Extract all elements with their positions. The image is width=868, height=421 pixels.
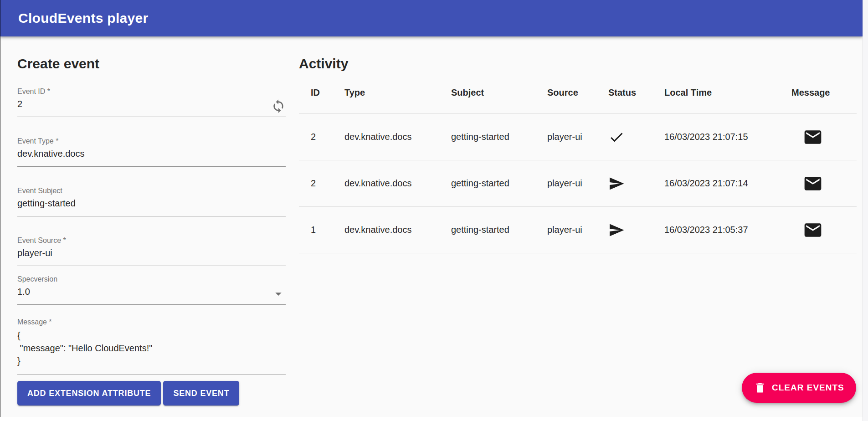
specversion-value: 1.0 <box>17 283 271 304</box>
event-type-field: Event Type * <box>17 137 286 167</box>
app-root: CloudEvents player Create event Event ID… <box>0 0 863 417</box>
event-source-field: Event Source * <box>17 236 286 266</box>
column-header-local-time: Local Time <box>664 87 791 98</box>
cell-id: 2 <box>299 178 344 189</box>
event-subject-input[interactable] <box>17 195 286 216</box>
send-event-button[interactable]: SEND EVENT <box>163 381 239 406</box>
form-actions: ADD EXTENSION ATTRIBUTE SEND EVENT <box>17 381 286 406</box>
event-source-input[interactable] <box>17 245 286 266</box>
cell-message <box>791 220 857 240</box>
message-label: Message * <box>17 318 286 326</box>
event-subject-label: Event Subject <box>17 186 286 195</box>
column-header-source: Source <box>547 87 608 98</box>
trash-icon <box>754 381 766 394</box>
cell-status <box>608 175 664 192</box>
specversion-select[interactable]: 1.0 <box>17 283 286 305</box>
send-icon <box>608 222 625 238</box>
table-row: 2 dev.knative.docs getting-started playe… <box>299 160 857 207</box>
column-header-status: Status <box>608 87 664 98</box>
cell-status <box>608 222 664 238</box>
cell-source: player-ui <box>547 178 608 189</box>
column-header-id: ID <box>299 87 344 98</box>
clear-events-label: CLEAR EVENTS <box>772 383 844 393</box>
cell-type: dev.knative.docs <box>344 178 451 189</box>
cell-subject: getting-started <box>451 225 547 235</box>
column-header-type: Type <box>344 87 451 98</box>
event-source-label: Event Source * <box>17 236 286 245</box>
cell-local-time: 16/03/2023 21:07:14 <box>664 178 791 189</box>
cell-type: dev.knative.docs <box>344 225 451 235</box>
cell-subject: getting-started <box>451 178 547 189</box>
cell-id: 1 <box>299 225 344 235</box>
send-icon <box>608 175 625 192</box>
dropdown-arrow-icon <box>271 287 286 301</box>
cell-id: 2 <box>299 132 344 142</box>
specversion-label: Specversion <box>17 275 286 283</box>
check-icon <box>608 129 625 145</box>
email-icon[interactable] <box>803 174 823 194</box>
window-left-edge <box>0 0 1 417</box>
clear-events-button[interactable]: CLEAR EVENTS <box>742 373 856 403</box>
activity-table-header: ID Type Subject Source Status Local Time… <box>299 72 857 114</box>
email-icon[interactable] <box>803 220 823 240</box>
cell-message <box>791 127 857 147</box>
app-header: CloudEvents player <box>0 0 863 36</box>
activity-table-body: 2 dev.knative.docs getting-started playe… <box>299 114 857 253</box>
autorenew-icon[interactable] <box>271 99 286 113</box>
content-area: Create event Event ID * Event Type * Eve… <box>0 36 863 417</box>
cell-local-time: 16/03/2023 21:07:15 <box>664 132 791 142</box>
column-header-message: Message <box>791 87 857 98</box>
column-header-subject: Subject <box>451 87 547 98</box>
specversion-field: Specversion 1.0 <box>17 275 286 305</box>
email-icon[interactable] <box>803 127 823 147</box>
cell-subject: getting-started <box>451 132 547 142</box>
cell-message <box>791 174 857 194</box>
create-event-panel: Create event Event ID * Event Type * Eve… <box>17 56 286 417</box>
event-type-label: Event Type * <box>17 137 286 145</box>
activity-panel: Activity ID Type Subject Source Status L… <box>299 56 857 417</box>
message-input[interactable] <box>17 326 286 375</box>
cell-source: player-ui <box>547 132 608 142</box>
event-id-input[interactable] <box>17 96 271 117</box>
event-id-field: Event ID * <box>17 87 286 117</box>
create-event-heading: Create event <box>17 56 286 72</box>
table-row: 2 dev.knative.docs getting-started playe… <box>299 114 857 160</box>
event-subject-field: Event Subject <box>17 186 286 216</box>
message-field: Message * <box>17 318 286 375</box>
activity-heading: Activity <box>299 56 857 72</box>
table-row: 1 dev.knative.docs getting-started playe… <box>299 207 857 253</box>
cell-source: player-ui <box>547 225 608 235</box>
cell-local-time: 16/03/2023 21:05:37 <box>664 225 791 235</box>
cell-status <box>608 129 664 145</box>
scrollbar-track[interactable] <box>863 0 868 421</box>
event-id-label: Event ID * <box>17 87 286 96</box>
add-extension-attribute-button[interactable]: ADD EXTENSION ATTRIBUTE <box>17 381 161 406</box>
cell-type: dev.knative.docs <box>344 132 451 142</box>
event-type-input[interactable] <box>17 145 286 166</box>
app-title: CloudEvents player <box>18 10 148 26</box>
